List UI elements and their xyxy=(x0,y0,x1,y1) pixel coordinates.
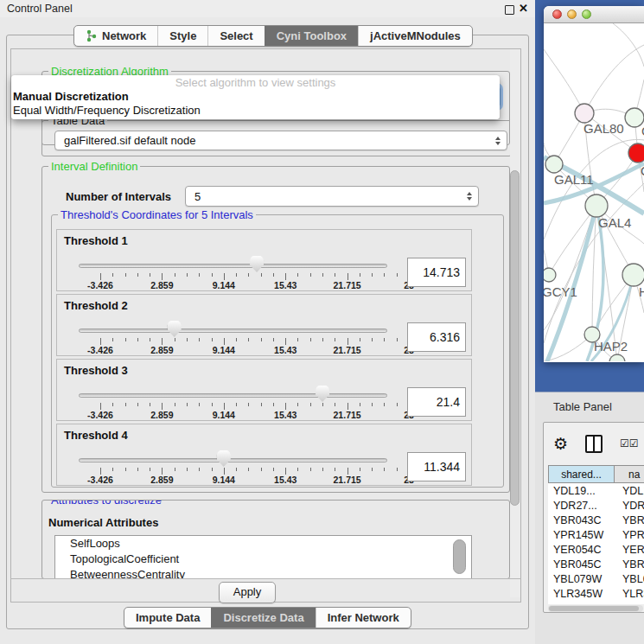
slider-thumb[interactable] xyxy=(168,321,182,337)
network-node[interactable] xyxy=(609,354,625,361)
network-node[interactable] xyxy=(575,104,594,123)
dropdown-item-manual-discretization[interactable]: Manual Discretization xyxy=(11,90,500,104)
table-row[interactable]: YBL079WYBL0 xyxy=(548,571,644,586)
numerical-attributes-list[interactable]: SelfLoopsTopologicalCoefficientBetweenne… xyxy=(54,535,472,579)
table-row[interactable]: YER054CYER0 xyxy=(548,542,644,557)
minimize-traffic-light-icon[interactable] xyxy=(567,10,577,19)
table-cell[interactable]: YBR045C xyxy=(548,558,615,571)
table-cell[interactable]: YER054C xyxy=(548,544,615,556)
float-window-icon[interactable] xyxy=(505,5,514,15)
tab-infer-network[interactable]: Infer Network xyxy=(316,608,411,628)
network-window-titlebar[interactable] xyxy=(544,6,644,23)
slider-ticks xyxy=(100,338,409,345)
table-cell[interactable]: YBL079W xyxy=(548,573,615,585)
table-cell[interactable]: YDL1 xyxy=(615,485,644,497)
slider-track[interactable] xyxy=(79,458,387,462)
network-node-label: GAL4 xyxy=(598,215,631,230)
attributes-to-discretize-group: Attributes to discretize Numerical Attri… xyxy=(41,500,510,579)
tab-select[interactable]: Select xyxy=(207,26,264,46)
tab-network[interactable]: Network xyxy=(74,26,157,46)
combo-arrows-icon xyxy=(495,137,501,145)
slider-track[interactable] xyxy=(79,264,387,268)
threshold-value-field[interactable]: 14.713 xyxy=(407,258,466,287)
attribute-item[interactable]: BetweennessCentrality xyxy=(55,567,471,579)
table-cell[interactable]: YPR1 xyxy=(615,529,644,541)
table-row[interactable]: YDL19...YDL1 xyxy=(548,483,644,498)
threshold-value-field[interactable]: 11.344 xyxy=(407,452,466,481)
network-view-window[interactable]: GAL80GACGAL11GAL4GCY1HHAP2 xyxy=(544,6,644,362)
table-cell[interactable]: YDL19... xyxy=(548,485,615,497)
network-node[interactable] xyxy=(585,194,608,217)
tab-label: jActiveMNodules xyxy=(370,29,461,42)
threshold-3-slider[interactable]: -3.4262.8599.14415.4321.71528 xyxy=(79,360,387,422)
network-canvas[interactable]: GAL80GACGAL11GAL4GCY1HHAP2 xyxy=(544,23,644,361)
tab-label: Discretize Data xyxy=(223,611,303,624)
column-header-shared-name[interactable]: shared... xyxy=(548,465,615,483)
table-row[interactable]: YLR345WYLR3 xyxy=(548,586,644,601)
close-traffic-light-icon[interactable] xyxy=(552,10,562,19)
threshold-1-panel: Threshold 1 -3.4262.8599.14415.4321.7152… xyxy=(56,229,472,291)
slider-track[interactable] xyxy=(79,328,387,333)
network-node-label: GAL80 xyxy=(583,121,624,136)
table-cell[interactable]: YDR2 xyxy=(615,500,644,512)
dropdown-item-equal-width[interactable]: Equal Width/Frequency Discretization xyxy=(11,104,500,118)
slider-thumb[interactable] xyxy=(250,256,264,272)
zoom-traffic-light-icon[interactable] xyxy=(582,10,591,19)
dropdown-prompt: Select algorithm to view settings xyxy=(11,75,500,90)
network-node[interactable] xyxy=(545,156,563,173)
table-cell[interactable]: YLR345W xyxy=(548,588,615,600)
tab-style[interactable]: Style xyxy=(157,26,207,46)
table-hscrollbar-thumb[interactable] xyxy=(549,606,639,611)
number-of-intervals-combobox[interactable]: 5 xyxy=(185,186,479,207)
table-row[interactable]: YDR27...YDR2 xyxy=(548,498,644,513)
table-row[interactable]: YBR045CYBR0 xyxy=(548,557,644,571)
node-table-container: ⚙ ☑☑ shared... na YDL19...YDL1YDR27...YD… xyxy=(543,422,644,613)
threshold-1-slider[interactable]: -3.4262.8599.14415.4321.71528 xyxy=(79,230,387,292)
threshold-3-panel: Threshold 3 -3.4262.8599.14415.4321.7152… xyxy=(56,359,472,421)
table-data-combobox[interactable]: galFiltered.sif default node xyxy=(54,131,507,150)
table-cell[interactable]: YIL0 xyxy=(615,603,644,605)
tab-jactivemnodules[interactable]: jActiveMNodules xyxy=(358,26,472,46)
gear-icon[interactable]: ⚙ xyxy=(553,436,568,452)
select-columns-icon[interactable]: ☑☑ xyxy=(620,437,639,450)
table-cell[interactable]: YPR145W xyxy=(548,529,615,541)
tab-discretize-data[interactable]: Discretize Data xyxy=(211,608,315,628)
table-cell[interactable]: YLR3 xyxy=(615,588,644,600)
threshold-value-field[interactable]: 21.4 xyxy=(407,387,466,417)
tab-cyni-toolbox[interactable]: Cyni Toolbox xyxy=(265,26,358,46)
table-cell[interactable]: YIL052C xyxy=(548,603,615,605)
table-cell[interactable]: YDR27... xyxy=(548,500,615,512)
network-node-label: GAL11 xyxy=(554,172,594,187)
split-columns-icon[interactable] xyxy=(585,435,603,453)
table-cell[interactable]: YBR043C xyxy=(548,514,615,526)
table-row[interactable]: YPR145WYPR1 xyxy=(548,527,644,542)
slider-ticks xyxy=(100,273,409,280)
threshold-4-slider[interactable]: -3.4262.8599.14415.4321.71528 xyxy=(79,424,387,487)
table-hscrollbar[interactable] xyxy=(548,605,643,612)
table-cell[interactable]: YBR0 xyxy=(615,514,644,526)
table-row[interactable]: YBR043CYBR0 xyxy=(548,513,644,527)
control-panel-window: Control Panel ✕ Network Style Select Cyn… xyxy=(0,0,535,644)
close-icon[interactable]: ✕ xyxy=(519,2,528,15)
slider-track[interactable] xyxy=(79,393,387,398)
network-node[interactable] xyxy=(622,264,644,286)
attribute-item[interactable]: TopologicalCoefficient xyxy=(55,552,471,567)
table-cell[interactable]: YER0 xyxy=(615,544,644,556)
apply-button[interactable]: Apply xyxy=(219,582,276,603)
slider-thumb[interactable] xyxy=(316,386,329,402)
threshold-value-field[interactable]: 6.316 xyxy=(407,322,466,352)
tab-impute-data[interactable]: Impute Data xyxy=(124,608,211,628)
table-row[interactable]: YIL052CYIL0 xyxy=(548,601,644,604)
network-node[interactable] xyxy=(628,143,644,163)
network-node[interactable] xyxy=(544,268,556,282)
table-cell[interactable]: YBR0 xyxy=(615,558,644,571)
combo-arrows-icon xyxy=(467,192,472,201)
column-header-name[interactable]: na xyxy=(615,465,644,483)
tab-label: Impute Data xyxy=(136,611,200,624)
panel-scrollbar-thumb[interactable] xyxy=(510,170,520,506)
list-scrollbar[interactable] xyxy=(453,539,466,574)
attribute-item[interactable]: SelfLoops xyxy=(55,536,471,552)
threshold-2-slider[interactable]: -3.4262.8599.14415.4321.71528 xyxy=(79,295,387,357)
slider-thumb[interactable] xyxy=(217,450,231,467)
table-cell[interactable]: YBL0 xyxy=(615,573,644,585)
